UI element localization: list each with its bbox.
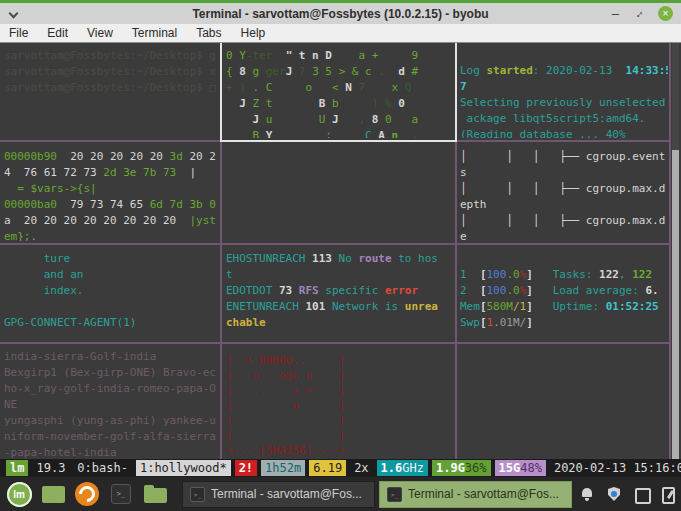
pane-htop[interactable]: 1 [100.0%] Tasks: 122, 1222 [100.0%] Loa… — [458, 247, 668, 339]
clipboard-manager-icon[interactable] — [659, 485, 677, 503]
terminal-line: │ │ │ ├── cgroup.max.d — [460, 181, 666, 197]
orange-app-button[interactable] — [72, 479, 102, 509]
terminal-line: GPG-CONNECT-AGENT(1) — [4, 315, 216, 331]
pane-empty-middle[interactable] — [224, 145, 453, 241]
terminal-line: | o . oSo o | — [226, 368, 451, 383]
terminal-line: Selecting previously unselected — [460, 95, 666, 111]
update-manager-icon[interactable] — [605, 485, 623, 503]
window-selector-icon[interactable] — [632, 485, 650, 503]
pane-errno-list[interactable]: EHOSTUNREACH 113 No route to hostEDOTDOT… — [224, 247, 453, 339]
terminal-line: ho-x_ray-golf-india-romeo-papa-O — [4, 381, 216, 397]
terminal-line: 00000b90 20 20 20 20 20 3d 20 2 — [4, 149, 216, 165]
menu-item-terminal[interactable]: Terminal — [132, 26, 177, 40]
window-titlebar[interactable]: Terminal - sarvottam@Fossbytes (10.0.2.1… — [0, 3, 681, 24]
terminal-line: index. — [4, 283, 216, 299]
terminal-line: NE — [4, 397, 216, 413]
terminal-line: india-sierra-Golf-india — [4, 349, 216, 365]
terminal-line: s — [460, 165, 666, 181]
pane-border — [220, 140, 222, 459]
taskbar-window-button-1[interactable]: >_Terminal - sarvottam@Fos... — [379, 481, 572, 508]
show-desktop-button[interactable] — [38, 479, 68, 509]
pane-empty-right[interactable] — [458, 345, 668, 458]
files-icon — [144, 488, 167, 503]
terminal-line: t — [226, 267, 451, 283]
terminal-line: a 20 20 20 20 20 20 20 20 |yst — [4, 213, 216, 229]
pane-matrix-rain[interactable]: 0 Y-ter " t n D a + 9{ 8 g gerJ ? 3 5 > … — [224, 44, 453, 138]
terminal-line: chable — [226, 315, 451, 331]
release-indicator: 19.3 — [32, 460, 69, 476]
pane-border — [455, 43, 457, 140]
terminal-line: │ │ │ ├── cgroup.max.d — [460, 213, 666, 229]
terminal-line: sarvottam@Fossbytes:~/Desktop$ g — [4, 48, 216, 64]
terminal-line: 4 76 61 72 73 2d 3e 7b 73 | — [4, 165, 216, 181]
taskbar-window-title: Terminal - sarvottam@Fos... — [211, 487, 362, 501]
terminal-line: + ) . C o < N 7 x Q — [226, 80, 451, 96]
menu-item-view[interactable]: View — [87, 26, 113, 40]
pane-border — [220, 140, 457, 142]
terminal-line: ENETUNREACH 101 Network is unrea — [226, 299, 451, 315]
terminal-launcher-icon: >_ — [111, 484, 131, 504]
terminal-icon: >_ — [387, 487, 402, 502]
terminal-line: ackage libqt5script5:amd64. — [460, 111, 666, 127]
menu-item-tabs[interactable]: Tabs — [196, 26, 221, 40]
pane-cgroup-tree[interactable]: │ │ │ ├── cgroup.events│ │ │ ├── cgroup.… — [458, 145, 668, 241]
files-button[interactable] — [140, 479, 170, 509]
menu-item-edit[interactable]: Edit — [47, 26, 68, 40]
pane-apt-log[interactable]: Log started: 2020-02-13 14:33:57Selectin… — [458, 43, 668, 138]
terminal-line: +----[SHA256]----+ — [226, 443, 451, 458]
terminal-line: EDOTDOT 73 RFS specific error — [226, 283, 451, 299]
terminal-line: | | — [226, 428, 451, 443]
terminal-line — [460, 251, 666, 267]
terminal-line: { 8 g gerJ ? 3 5 > & c . d # — [226, 64, 451, 80]
terminal-line: | . + = | — [226, 383, 451, 398]
menu-item-help[interactable]: Help — [241, 26, 266, 40]
pane-border — [457, 140, 671, 142]
terminal-line: 1 [100.0%] Tasks: 122, 122 — [460, 267, 666, 283]
terminal-line: Mem[580M/1] Uptime: 01:52:25 — [460, 299, 666, 315]
terminal-line: | | — [226, 413, 451, 428]
disk-badge: 15G48% — [495, 460, 546, 476]
terminal-line: Log started: 2020-02-13 14:33:5 — [460, 63, 666, 79]
close-button[interactable]: × — [658, 6, 673, 21]
terminal-line: 00000ba0 79 73 74 65 6d 7d 3b 0 — [4, 197, 216, 213]
pane-manpage[interactable]: ture and an index.GPG-CONNECT-AGENT(1) — [2, 247, 218, 339]
cpu-count: 2x — [350, 460, 372, 476]
restore-button[interactable]: ↔ — [631, 6, 647, 22]
pane-border — [220, 43, 222, 140]
terminal-area[interactable]: sarvottam@Fossbytes:~/Desktop$ gsarvotta… — [0, 43, 681, 459]
session-time-badge: 1h52m — [261, 460, 305, 476]
menu-item-file[interactable]: File — [9, 26, 28, 40]
terminal-line: 2 [100.0%] Load average: 6. — [460, 283, 666, 299]
terminal-line: -papa-hotel-india — [4, 445, 216, 458]
terminal-line: (Reading database ... 40% — [460, 127, 666, 138]
taskbar-window-button-0[interactable]: >_Terminal - sarvottam@Fos... — [182, 481, 375, 508]
window-tab-hollywood[interactable]: 1:hollywood* — [136, 460, 231, 476]
minimize-button[interactable]: – — [612, 7, 619, 20]
taskbar-window-title: Terminal - sarvottam@Fos... — [408, 487, 559, 501]
terminal-line: ture — [4, 251, 216, 267]
terminal-line: sarvottam@Fossbytes:~/Desktop$ x — [4, 64, 216, 80]
mint-menu-button[interactable]: lm — [4, 479, 34, 509]
pane-hexdump[interactable]: 00000b90 20 20 20 20 20 3d 20 24 76 61 7… — [2, 145, 218, 241]
menu-bar: FileEditViewTerminalTabsHelp — [0, 24, 681, 43]
taskbar: lm>_ >_Terminal - sarvottam@Fos...>_Term… — [0, 477, 681, 511]
notifications-icon[interactable] — [578, 485, 596, 503]
scrollbar-thumb[interactable] — [672, 150, 679, 459]
terminal-line — [4, 299, 216, 315]
terminal-launcher-button[interactable]: >_ — [106, 479, 136, 509]
terminal-line: J Z t B b ) % 0 — [226, 96, 451, 112]
orange-app-icon — [75, 482, 99, 506]
terminal-line: | + 00000.. | — [226, 353, 451, 368]
load-badge: 6.19 — [309, 460, 346, 476]
clock: 2020-02-13 15:16:03 — [550, 460, 681, 476]
window-title: Terminal - sarvottam@Fossbytes (10.0.2.1… — [0, 7, 681, 21]
pane-ssh-randomart[interactable]: | + 00000.. || o . oSo o || . + = || o |… — [224, 345, 453, 458]
show-desktop-icon — [42, 486, 65, 503]
terminal-line: B Y _ ; C A n , — [226, 128, 451, 138]
pane-shell-prompt[interactable]: sarvottam@Fossbytes:~/Desktop$ gsarvotta… — [2, 44, 218, 138]
terminal-line: 0 Y-ter " t n D a + 9 — [226, 48, 451, 64]
window-tab-bash[interactable]: 0:bash- — [73, 460, 132, 476]
terminal-line: e — [460, 229, 666, 241]
pane-phonetic-words[interactable]: india-sierra-Golf-indiaBexgirp1 (Bex-gir… — [2, 345, 218, 458]
mint-menu-icon: lm — [7, 482, 32, 507]
